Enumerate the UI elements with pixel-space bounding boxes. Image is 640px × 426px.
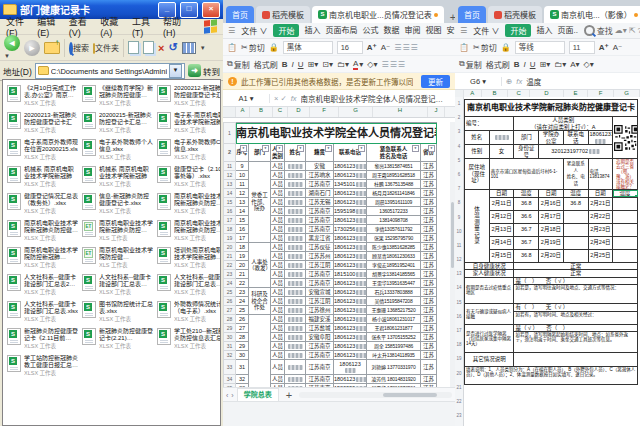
column-header-C[interactable]: C	[273, 107, 288, 117]
cell-department[interactable]: 人事处（教发）	[249, 243, 271, 288]
cell-index[interactable]: 28	[236, 333, 249, 342]
font-name-select[interactable]: 等线	[515, 41, 565, 54]
temp-cell[interactable]	[613, 249, 638, 262]
italic-button[interactable]: I	[524, 60, 526, 69]
menu-item-4[interactable]: 数据	[383, 24, 399, 37]
alignment-icons[interactable]: ☰☰☰	[394, 43, 419, 52]
find-button[interactable]: 查找☁▾⇱?	[584, 25, 640, 36]
row-header[interactable]: 7	[455, 182, 463, 196]
back-button[interactable]: ◄▼	[4, 35, 20, 60]
cell-origin[interactable]: 江苏无锡	[306, 198, 334, 207]
forward-button[interactable]: ►	[24, 40, 40, 56]
alignment-icons[interactable]: ☰☰☰	[382, 60, 407, 69]
file-item[interactable]: ET南京机电职业技术学院新冠肺炎防控…XLS 工作表	[82, 220, 153, 242]
cell-index[interactable]: 26	[236, 315, 249, 324]
cell-index[interactable]: 30	[236, 351, 249, 360]
cell-emergency-contact[interactable]: 刘艳婷 13770331970	[367, 360, 421, 375]
temp-cell[interactable]: 36.8	[514, 197, 539, 210]
temp-cell[interactable]: 2月20日	[539, 249, 564, 262]
person-category[interactable]: 人员类别 （请在对应类别上打√）：A	[514, 117, 613, 131]
tab-document[interactable]: S南京机电...（影像）	[544, 6, 640, 23]
font-size-select[interactable]: 11	[569, 41, 595, 54]
row-header[interactable]: 2	[224, 144, 236, 162]
cell-category[interactable]: 人员	[271, 189, 285, 198]
menu-item-1[interactable]: 插入	[536, 24, 552, 37]
column-title-6[interactable]: 紧急联系人 姓名及电话▾	[367, 144, 421, 162]
file-item[interactable]: S新冠肺炎防控健康登记卡《2.11目前…XLSX 工作表	[7, 328, 78, 350]
temp-cell[interactable]	[563, 249, 588, 262]
cell-index[interactable]: 12	[236, 189, 249, 198]
cell-origin[interactable]: 江苏苏州	[306, 252, 334, 261]
cell-category[interactable]: 人员	[271, 315, 285, 324]
temp-cell[interactable]: 2月16日	[539, 197, 564, 210]
cell-province[interactable]: 江苏	[421, 189, 437, 198]
cut-button[interactable]: ✂ 剪切	[241, 42, 265, 53]
menu-item-5[interactable]: 审阅	[404, 24, 420, 37]
file-item[interactable]: S20200213-新冠肺炎防控健康登记卡汇总…XLSX 工作表	[7, 112, 78, 134]
delete-button[interactable]: ×	[158, 42, 164, 54]
row-header[interactable]: 3	[455, 125, 463, 139]
cell-name-censored[interactable]	[285, 315, 306, 324]
cell-emergency-contact[interactable]: 李倩13057611792	[367, 225, 421, 234]
filter-dropdown-icon[interactable]: ▾	[276, 145, 283, 152]
hamburger-icon[interactable]: ☰	[460, 26, 467, 35]
decrease-font-button[interactable]: A⁻	[381, 43, 391, 52]
cell-name-censored[interactable]	[285, 333, 306, 342]
cell-phone[interactable]: 1730256	[334, 225, 367, 234]
address-dropdown[interactable]: ▼	[169, 64, 182, 78]
menu-item-6[interactable]: 视图	[425, 24, 441, 37]
folders-button[interactable]: 文件夹	[93, 42, 119, 53]
cell-name-censored[interactable]	[285, 351, 306, 360]
cell-origin[interactable]: 江苏南京	[306, 360, 334, 375]
self-health-value[interactable]: 正常	[514, 262, 638, 270]
q1-label[interactable]: 假期是否去过疫情重点地区	[465, 277, 514, 304]
cell-category[interactable]: 人员	[271, 270, 285, 279]
file-item[interactable]: S学工处210--新冠肺炎防控信息表汇总…XLSX 工作表	[157, 328, 221, 350]
cell-category[interactable]: 人员	[271, 171, 285, 180]
cut-button[interactable]: ✂ 剪切	[473, 42, 497, 53]
cell-origin[interactable]: 江苏南京	[306, 270, 334, 279]
menu-item[interactable]: 帮助(H)	[163, 15, 186, 38]
menu-item-0[interactable]: 开始	[505, 24, 531, 37]
cell-category[interactable]: 人员	[271, 261, 285, 270]
cell-index[interactable]: 19	[236, 252, 249, 261]
row-header[interactable]: 26	[224, 297, 236, 306]
q3-label[interactable]: 是否进行过医学隔离（包括居家或集中隔离14天）	[465, 324, 514, 353]
field-name-label[interactable]: 姓名	[465, 131, 490, 145]
cell-index[interactable]: 9	[236, 162, 249, 171]
cell-phone[interactable]: 1806123	[334, 189, 367, 198]
cell-category[interactable]: 人员	[271, 279, 285, 288]
row-header[interactable]: 21	[224, 252, 236, 261]
row-header[interactable]: 13	[224, 180, 236, 189]
cell-province[interactable]: 江苏	[421, 333, 437, 342]
temp-cell[interactable]: 2月12日	[489, 210, 514, 223]
temp-cell[interactable]: 2月25日	[588, 249, 613, 262]
up-folder-button[interactable]: ↑	[44, 42, 60, 54]
file-item[interactable]: S《继续教育学院》新冠肺炎防控健康…XLSX 工作表	[82, 85, 153, 107]
cell-emergency-contact[interactable]: 吴倩15195847208	[367, 297, 421, 306]
cell-emergency-contact[interactable]: 杨月月18261141846	[367, 189, 421, 198]
tab-home[interactable]: 首页	[458, 6, 486, 23]
cell-province[interactable]: 江苏	[421, 315, 437, 324]
row-header[interactable]: 4	[455, 140, 463, 154]
form-no-label[interactable]: 编号：	[465, 117, 514, 131]
file-item[interactable]: S健康登记情况汇总表（教务处）.xlsxXLSX 工作表	[7, 193, 78, 215]
cell-province[interactable]: 江苏	[421, 252, 437, 261]
q3-note[interactable]: 如若是，请写明隔离起始和结束时间、地点；如系省外返宁，须注明返宁时间、乘坐交通工…	[514, 332, 638, 353]
copy-to-icon[interactable]	[143, 41, 154, 54]
cell-phone[interactable]: 1806123	[334, 333, 367, 342]
cell-name-censored[interactable]	[285, 207, 306, 216]
select-all-corner[interactable]	[223, 107, 236, 117]
cell-province[interactable]: 江苏	[421, 351, 437, 360]
file-item[interactable]: S人文社科系--健康卡建设部门汇总表…XLSX 工作表	[82, 274, 153, 296]
temp-cell[interactable]: 2月18日	[539, 223, 564, 236]
cell-index[interactable]: 10	[236, 171, 249, 180]
row-header[interactable]: 19	[455, 352, 463, 366]
cell-province[interactable]: 江苏	[421, 171, 437, 180]
temp-cell[interactable]: 2月19日	[539, 236, 564, 249]
file-item[interactable]: S20200212-新冠肺炎防控健康登记卡汇总…XLSX 工作表	[157, 85, 221, 107]
row-header[interactable]: 21	[455, 381, 463, 395]
cell-name-censored[interactable]	[285, 234, 306, 243]
column-title-3[interactable]: 姓名▾	[285, 144, 306, 162]
row-header[interactable]: 24	[224, 279, 236, 288]
